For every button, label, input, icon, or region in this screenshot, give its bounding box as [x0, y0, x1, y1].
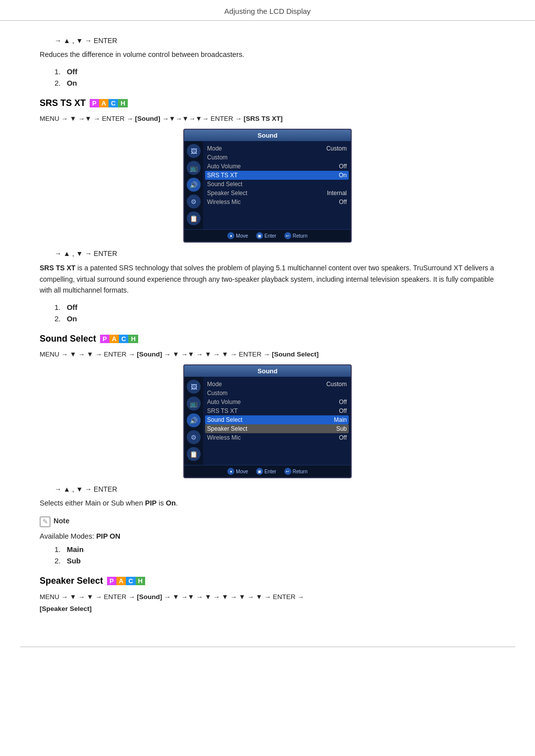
pach-badge-srs: PACH	[90, 99, 128, 107]
intro-list-item-1: 1. Off	[54, 67, 495, 76]
srs-ts-xt-heading: SRS TS XT PACH	[40, 98, 495, 108]
tv-row-auto-volume: Auto Volume Off	[207, 162, 347, 171]
srs-list-item-2: 2. On	[54, 314, 495, 323]
tv-row-mode: Mode Custom	[207, 144, 347, 153]
srs-long-desc: SRS TS XT is a patented SRS technology t…	[40, 262, 495, 296]
ss-tv-icon-5: 📋	[187, 447, 201, 461]
srs-tv-menu-body: 🖼 📺 🔊 ⚙ 📋 Mode Custom Custom	[184, 141, 351, 229]
sound-select-heading: Sound Select PACH	[40, 334, 495, 344]
srs-tv-menu: Sound 🖼 📺 🔊 ⚙ 📋 Mode Custom	[183, 129, 352, 243]
sound-select-menu-formula: MENU → ▼ → ▼ → ENTER → [Sound] → ▼ →▼ → …	[40, 349, 495, 360]
srs-tv-icons: 🖼 📺 🔊 ⚙ 📋	[184, 141, 203, 229]
tv-row-wireless-mic: Wireless Mic Off	[207, 198, 347, 206]
sound-select-tv-menu-items: Mode Custom Custom Auto Volume Off SR	[203, 377, 351, 465]
tv-icon-4: ⚙	[187, 195, 201, 208]
ss-tv-row-wireless-mic: Wireless Mic Off	[207, 433, 347, 442]
content-area: → ▲ , ▼ → ENTER Reduces the difference i…	[0, 21, 535, 635]
sound-select-tv-menu-footer: ● Move ▣ Enter ↩ Return	[184, 465, 351, 477]
bottom-border	[20, 647, 515, 647]
pach-badge-sound-select: PACH	[100, 335, 138, 343]
tv-row-srs-ts-xt: SRS TS XT On	[205, 171, 349, 180]
ss-tv-icon-4: ⚙	[187, 430, 201, 444]
available-modes: Available Modes: PIP ON	[40, 532, 495, 540]
ss-tv-row-auto-volume: Auto Volume Off	[207, 398, 347, 406]
ss-footer-move: ● Move	[227, 468, 248, 475]
tv-icon-3: 🔊	[187, 178, 201, 192]
srs-tv-menu-items: Mode Custom Custom Auto Volume Off SR	[203, 141, 351, 229]
footer-return: ↩ Return	[284, 232, 308, 239]
page-header: Adjusting the LCD Display	[0, 0, 535, 21]
tv-icon-5: 📋	[187, 211, 201, 225]
note-box: ✎ Note	[40, 516, 495, 527]
tv-icon-2: 📺	[187, 161, 201, 175]
tv-row-custom: Custom	[207, 153, 347, 162]
tv-row-speaker-select: Speaker Select Internal	[207, 189, 347, 198]
srs-tv-menu-wrapper: Sound 🖼 📺 🔊 ⚙ 📋 Mode Custom	[40, 129, 495, 243]
ss-tv-row-speaker-select: Speaker Select Sub	[205, 424, 349, 433]
sound-select-tv-icons: 🖼 📺 🔊 ⚙ 📋	[184, 377, 203, 465]
intro-description: Reduces the difference in volume control…	[40, 50, 495, 60]
intro-nav-arrow: → ▲ , ▼ → ENTER	[54, 37, 495, 45]
sound-select-description: Selects either Main or Sub when PIP is O…	[40, 498, 495, 509]
sound-select-list-item-2: 2. Sub	[54, 556, 495, 565]
sound-select-nav2: → ▲ , ▼ → ENTER	[54, 485, 495, 493]
ss-footer-enter: ▣ Enter	[256, 468, 276, 475]
srs-nav2: → ▲ , ▼ → ENTER	[54, 250, 495, 257]
speaker-select-menu-formula: MENU → ▼ → ▼ → ENTER → [Sound] → ▼ →▼ → …	[40, 591, 495, 615]
tv-row-sound-select: Sound Select	[207, 180, 347, 189]
footer-enter: ▣ Enter	[256, 232, 276, 239]
ss-tv-row-sound-select: Sound Select Main	[205, 415, 349, 424]
ss-tv-row-srs: SRS TS XT Off	[207, 406, 347, 415]
footer-move: ● Move	[227, 232, 248, 239]
sound-select-tv-menu-wrapper: Sound 🖼 📺 🔊 ⚙ 📋 Mode Custom	[40, 364, 495, 478]
srs-menu-formula: MENU → ▼ →▼ → ENTER → [Sound] →▼→▼→▼→ EN…	[40, 113, 495, 124]
sound-select-tv-menu-body: 🖼 📺 🔊 ⚙ 📋 Mode Custom Custom	[184, 377, 351, 465]
ss-tv-icon-1: 🖼	[187, 380, 201, 394]
speaker-select-heading: Speaker Select PACH	[40, 576, 495, 586]
page-container: Adjusting the LCD Display → ▲ , ▼ → ENTE…	[0, 0, 535, 647]
ss-tv-row-custom: Custom	[207, 389, 347, 398]
ss-tv-icon-2: 📺	[187, 397, 201, 410]
srs-list-item-1: 1. Off	[54, 303, 495, 311]
srs-tv-menu-footer: ● Move ▣ Enter ↩ Return	[184, 229, 351, 242]
sound-select-tv-menu-title: Sound	[184, 365, 351, 377]
page-title: Adjusting the LCD Display	[224, 7, 311, 15]
sound-select-list-item-1: 1. Main	[54, 545, 495, 554]
sound-select-tv-menu: Sound 🖼 📺 🔊 ⚙ 📋 Mode Custom	[183, 364, 352, 478]
intro-list-item-2: 2. On	[54, 79, 495, 87]
note-icon: ✎	[40, 516, 51, 527]
pach-badge-speaker-select: PACH	[107, 577, 145, 585]
ss-tv-row-mode: Mode Custom	[207, 380, 347, 389]
ss-footer-return: ↩ Return	[284, 468, 308, 475]
srs-tv-menu-title: Sound	[184, 130, 351, 141]
tv-icon-1: 🖼	[187, 144, 201, 158]
ss-tv-icon-3: 🔊	[187, 413, 201, 427]
note-text: Note	[54, 516, 69, 525]
